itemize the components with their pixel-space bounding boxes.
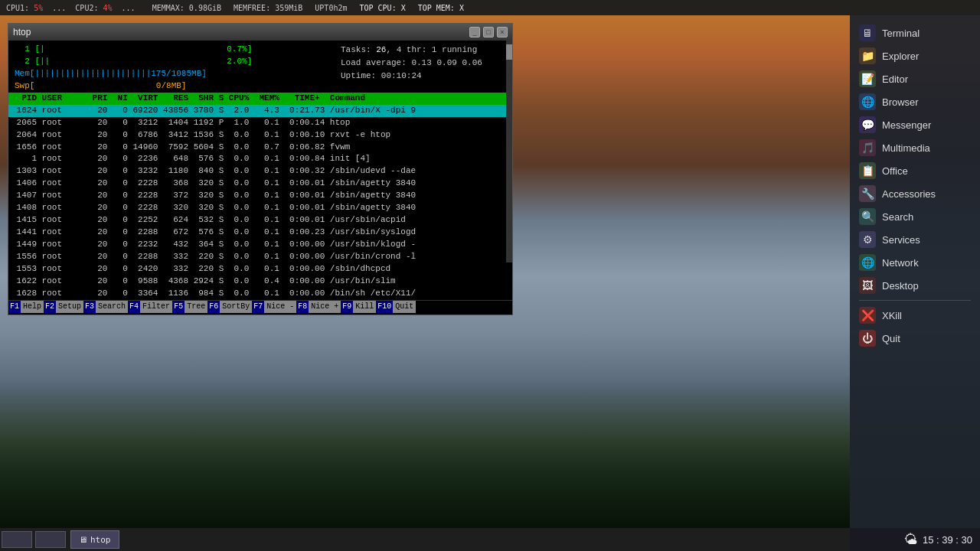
launcher-label-browser: Browser: [882, 96, 919, 108]
explorer-icon: 📁: [859, 47, 876, 64]
memmax-stat: MEMMAX: 0.98GiB: [152, 4, 221, 12]
sidebar-item-quit[interactable]: ⏻Quit: [850, 327, 980, 350]
sidebar-item-desktop[interactable]: 🖼Desktop: [850, 274, 980, 297]
table-row[interactable]: 1622 root 20 0 9588 4368 2924 S 0.0 0.4 …: [8, 276, 512, 288]
top-mem-stat[interactable]: TOP MEM: X: [418, 4, 464, 12]
xkill-icon: ❌: [859, 307, 876, 324]
top-cpu-stat[interactable]: TOP CPU: X: [359, 4, 405, 12]
table-row[interactable]: 2064 root 20 0 6786 3412 1536 S 0.0 0.1 …: [8, 129, 512, 142]
htop-taskbar-button[interactable]: 🖥 htop: [70, 530, 119, 549]
taskbar-bottom: 🖥 htop: [0, 528, 850, 551]
scrollbar[interactable]: [506, 41, 512, 262]
application-launcher: 🖥Terminal📁Explorer📝Editor🌐Browser💬Messen…: [850, 15, 980, 551]
sidebar-item-accessories[interactable]: 🔧Accessories: [850, 182, 980, 205]
launcher-separator: [859, 300, 971, 301]
sidebar-item-multimedia[interactable]: 🎵Multimedia: [850, 136, 980, 159]
browser-icon: 🌐: [859, 93, 876, 110]
quit-icon: ⏻: [859, 330, 876, 347]
sidebar-item-office[interactable]: 📋Office: [850, 159, 980, 182]
accessories-icon: 🔧: [859, 185, 876, 202]
messenger-icon: 💬: [859, 116, 876, 133]
table-row[interactable]: 1406 root 20 0 2228 368 320 S 0.0 0.1 0:…: [8, 178, 512, 190]
funckey-f6[interactable]: F6SortBy: [207, 301, 252, 314]
htop-stats: Tasks: 26, 4 thr: 1 running Load average…: [333, 44, 509, 93]
scrollbar-thumb[interactable]: [506, 44, 512, 60]
launcher-label-services: Services: [882, 234, 920, 246]
launcher-label-accessories: Accessories: [882, 188, 936, 200]
taskbar-empty-btn[interactable]: [2, 531, 32, 548]
funckey-f2[interactable]: F2Setup: [44, 301, 83, 314]
network-icon: 🌐: [859, 254, 876, 271]
funckey-f10[interactable]: F10Quit: [376, 301, 416, 314]
clock-display: 15 : 39 : 30: [923, 534, 972, 546]
cpu1-stat: CPU1: 5% ... CPU2: 4% ...: [6, 4, 140, 12]
htop-title: htop: [13, 27, 31, 37]
load-line: Load average: 0.13 0.09 0.06: [341, 57, 509, 70]
sidebar-item-network[interactable]: 🌐Network: [850, 251, 980, 274]
services-icon: ⚙: [859, 231, 876, 248]
funckey-f9[interactable]: F9Kill: [341, 301, 376, 314]
funckey-bar: F1HelpF2SetupF3SearchF4FilterF5TreeF6Sor…: [8, 300, 512, 314]
weather-icon: 🌤: [904, 532, 918, 548]
table-row[interactable]: 1303 root 20 0 3232 1180 840 S 0.0 0.1 0…: [8, 165, 512, 178]
table-row[interactable]: 1407 root 20 0 2228 372 320 S 0.0 0.1 0:…: [8, 190, 512, 202]
process-table-header: PID USER PRI NI VIRT RES SHR S CPU% MEM%…: [8, 93, 512, 105]
search-icon: 🔍: [859, 208, 876, 225]
launcher-label-search: Search: [882, 211, 913, 223]
funckey-f5[interactable]: F5Tree: [172, 301, 207, 314]
launcher-item-list: 🖥Terminal📁Explorer📝Editor🌐Browser💬Messen…: [850, 21, 980, 350]
maximize-button[interactable]: □: [483, 27, 494, 37]
launcher-label-xkill: XKill: [882, 310, 902, 321]
window-controls[interactable]: _ □ ×: [469, 27, 508, 37]
minimize-button[interactable]: _: [469, 27, 480, 37]
funckey-f3[interactable]: F3Search: [83, 301, 128, 314]
sidebar-item-xkill[interactable]: ❌XKill: [850, 304, 980, 327]
taskbar-clock: 🌤 15 : 39 : 30: [850, 528, 980, 551]
launcher-label-quit: Quit: [882, 333, 900, 344]
funckey-f7[interactable]: F7Nice -: [252, 301, 296, 314]
taskbar-empty-btn2[interactable]: [35, 531, 66, 548]
table-row[interactable]: 1 root 20 0 2236 648 576 S 0.0 0.1 0:00.…: [8, 153, 512, 165]
funckey-f8[interactable]: F8Nice +: [296, 301, 341, 314]
htop-header-section: 1 [| 0.7%] 2 [|| 2.0%] Mem[|||||||||||||…: [8, 42, 512, 93]
table-row[interactable]: 1624 root 20 0 69220 43856 3780 S 2.0 4.…: [8, 105, 512, 117]
sidebar-item-terminal[interactable]: 🖥Terminal: [850, 21, 980, 44]
table-row[interactable]: 1556 root 20 0 2288 332 220 S 0.0 0.1 0:…: [8, 251, 512, 263]
launcher-label-multimedia: Multimedia: [882, 142, 930, 154]
table-row[interactable]: 1656 root 20 0 14960 7592 5604 S 0.0 0.7…: [8, 142, 512, 154]
office-icon: 📋: [859, 162, 876, 179]
funckey-f1[interactable]: F1Help: [8, 301, 44, 314]
table-row[interactable]: 2065 root 20 0 3212 1404 1192 P 1.0 0.1 …: [8, 117, 512, 129]
launcher-label-office: Office: [882, 165, 908, 177]
terminal-icon: 🖥: [859, 24, 876, 41]
process-list: 1624 root 20 0 69220 43856 3780 S 2.0 4.…: [8, 105, 512, 300]
sidebar-item-search[interactable]: 🔍Search: [850, 205, 980, 228]
sidebar-item-browser[interactable]: 🌐Browser: [850, 90, 980, 113]
cpu2-line: 2 [|| 2.0%]: [11, 56, 333, 68]
sidebar-item-messenger[interactable]: 💬Messenger: [850, 113, 980, 136]
tasks-line: Tasks: 26, 4 thr: 1 running: [341, 44, 509, 57]
uptime-stat: UPT0h2m: [315, 4, 347, 12]
launcher-label-editor: Editor: [882, 73, 908, 85]
funckey-f4[interactable]: F4Filter: [128, 301, 172, 314]
table-row[interactable]: 1449 root 20 0 2232 432 364 S 0.0 0.1 0:…: [8, 239, 512, 251]
sidebar-item-editor[interactable]: 📝Editor: [850, 67, 980, 90]
sidebar-item-explorer[interactable]: 📁Explorer: [850, 44, 980, 67]
htop-titlebar: htop _ □ ×: [8, 24, 512, 41]
table-row[interactable]: 1415 root 20 0 2252 624 532 S 0.0 0.1 0:…: [8, 214, 512, 227]
close-button[interactable]: ×: [497, 27, 508, 37]
desktop-landscape: [0, 375, 850, 528]
table-row[interactable]: 1408 root 20 0 2228 320 320 S 0.0 0.1 0:…: [8, 202, 512, 214]
table-row[interactable]: 1441 root 20 0 2288 672 576 S 0.0 0.1 0:…: [8, 227, 512, 239]
memfree-stat: MEMFREE: 359MiB: [234, 4, 302, 12]
table-row[interactable]: 1628 root 20 0 3364 1136 984 S 0.0 0.1 0…: [8, 288, 512, 300]
launcher-label-desktop: Desktop: [882, 280, 919, 292]
launcher-label-network: Network: [882, 257, 919, 269]
htop-bars: 1 [| 0.7%] 2 [|| 2.0%] Mem[|||||||||||||…: [11, 44, 333, 93]
table-row[interactable]: 1553 root 20 0 2420 332 220 S 0.0 0.1 0:…: [8, 263, 512, 276]
launcher-label-messenger: Messenger: [882, 119, 931, 131]
sidebar-item-services[interactable]: ⚙Services: [850, 228, 980, 251]
launcher-label-explorer: Explorer: [882, 51, 919, 62]
htop-window: htop _ □ × 1 [| 0.7%] 2 [|| 2.0%] Mem[||…: [8, 23, 513, 315]
launcher-label-terminal: Terminal: [882, 28, 920, 39]
